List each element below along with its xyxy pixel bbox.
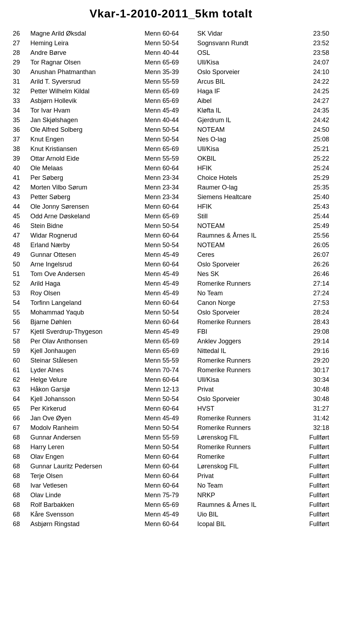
table-row: 51 Tom Ove Andersen Menn 45-49 Nes SK 26… xyxy=(11,269,331,279)
row-num: 48 xyxy=(11,240,28,250)
row-time: 25:40 xyxy=(296,192,331,202)
table-row: 50 Arne Ingelsrud Menn 60-64 Oslo Sporve… xyxy=(11,260,331,269)
table-row: 58 Per Olav Anthonsen Menn 65-69 Anklev … xyxy=(11,337,331,346)
row-name: Tom Ove Andersen xyxy=(28,269,142,279)
row-num: 68 xyxy=(11,433,28,442)
row-team: NRKP xyxy=(195,490,296,500)
row-name: Gunnar Ottesen xyxy=(28,250,142,260)
row-cat: Menn 55-59 xyxy=(142,77,195,87)
row-time: 31:27 xyxy=(296,404,331,414)
row-team: Sognsvann Rundt xyxy=(195,38,296,48)
row-time: 25:24 xyxy=(296,163,331,173)
row-num: 32 xyxy=(11,87,28,96)
row-team: Ull/Kisa xyxy=(195,375,296,385)
row-team: Ull/Kisa xyxy=(195,144,296,154)
row-num: 62 xyxy=(11,375,28,385)
row-team: Oslo Sporveier xyxy=(195,308,296,317)
row-name: Modolv Ranheim xyxy=(28,423,142,433)
row-name: Heming Leira xyxy=(28,38,142,48)
row-num: 31 xyxy=(11,77,28,87)
row-team: Romerike Runners xyxy=(195,442,296,452)
row-team: OSL xyxy=(195,48,296,58)
table-row: 34 Tor Ivar Hvam Menn 45-49 Kløfta IL 24… xyxy=(11,106,331,115)
row-num: 29 xyxy=(11,58,28,67)
row-time: Fullført xyxy=(296,519,331,529)
row-time: Fullført xyxy=(296,500,331,510)
row-cat: Menn 65-69 xyxy=(142,96,195,106)
row-name: Harry Leren xyxy=(28,442,142,452)
row-cat: Menn 55-59 xyxy=(142,433,195,442)
table-row: 68 Gunnar Andersen Menn 55-59 Lørenskog … xyxy=(11,433,331,442)
table-row: 46 Stein Bidne Menn 50-54 NOTEAM 25:49 xyxy=(11,221,331,231)
row-cat: Menn 45-49 xyxy=(142,106,195,115)
row-name: Jan Skjølshagen xyxy=(28,115,142,125)
row-team: HFIK xyxy=(195,202,296,212)
table-row: 68 Asbjørn Ringstad Menn 60-64 Icopal BI… xyxy=(11,519,331,529)
row-name: Ivar Vetlesen xyxy=(28,481,142,490)
row-team: Canon Norge xyxy=(195,298,296,308)
table-row: 31 Arild T. Syversrud Menn 55-59 Arcus B… xyxy=(11,77,331,87)
table-row: 68 Ivar Vetlesen Menn 60-64 No Team Full… xyxy=(11,481,331,490)
row-name: Arne Ingelsrud xyxy=(28,260,142,269)
row-team: Raumer O-lag xyxy=(195,183,296,192)
table-row: 49 Gunnar Ottesen Menn 45-49 Ceres 26:07 xyxy=(11,250,331,260)
row-team: Romerike Runners xyxy=(195,317,296,327)
row-time: Fullført xyxy=(296,481,331,490)
row-cat: Menn 60-64 xyxy=(142,452,195,462)
row-cat: Menn 45-49 xyxy=(142,414,195,423)
row-cat: Menn 45-49 xyxy=(142,250,195,260)
row-cat: Menn 70-74 xyxy=(142,365,195,375)
row-cat: Menn 60-64 xyxy=(142,404,195,414)
row-name: Bjarne Døhlen xyxy=(28,317,142,327)
row-time: 25:49 xyxy=(296,221,331,231)
table-row: 68 Rolf Barbakken Menn 65-69 Raumnes & Å… xyxy=(11,500,331,510)
row-num: 38 xyxy=(11,144,28,154)
row-team: Ceres xyxy=(195,250,296,260)
row-time: 24:42 xyxy=(296,115,331,125)
row-name: Roy Olsen xyxy=(28,289,142,298)
table-row: 66 Jan Ove Øyen Menn 45-49 Romerike Runn… xyxy=(11,414,331,423)
row-cat: Menn 65-69 xyxy=(142,58,195,67)
row-time: 29:16 xyxy=(296,346,331,356)
row-team: Oslo Sporveier xyxy=(195,67,296,77)
row-time: 27:53 xyxy=(296,298,331,308)
row-cat: Menn 75-79 xyxy=(142,490,195,500)
row-time: 26:05 xyxy=(296,240,331,250)
row-cat: Menn 65-69 xyxy=(142,144,195,154)
row-cat: Menn 55-59 xyxy=(142,154,195,163)
row-cat: Menn 60-64 xyxy=(142,481,195,490)
row-num: 39 xyxy=(11,154,28,163)
row-name: Torfinn Langeland xyxy=(28,298,142,308)
table-row: 40 Ole Melaas Menn 60-64 HFIK 25:24 xyxy=(11,163,331,173)
row-team: Ull/Kisa xyxy=(195,58,296,67)
row-time: 30:17 xyxy=(296,365,331,375)
table-row: 68 Olav Engen Menn 60-64 Romerike Fullfø… xyxy=(11,452,331,462)
table-row: 38 Knut Kristiansen Menn 65-69 Ull/Kisa … xyxy=(11,144,331,154)
row-cat: Menn 65-69 xyxy=(142,212,195,221)
row-team: Still xyxy=(195,212,296,221)
table-row: 47 Widar Rognerud Menn 60-64 Raumnes & Å… xyxy=(11,231,331,240)
row-name: Anushan Phatmanthan xyxy=(28,67,142,77)
row-time: Fullført xyxy=(296,442,331,452)
table-row: 32 Petter Wilhelm Kildal Menn 65-69 Haga… xyxy=(11,87,331,96)
row-team: Siemens Healtcare xyxy=(195,192,296,202)
row-cat: Menn 60-64 xyxy=(142,317,195,327)
row-time: 24:25 xyxy=(296,87,331,96)
row-name: Kjetil Sverdrup-Thygeson xyxy=(28,327,142,337)
row-num: 53 xyxy=(11,289,28,298)
row-num: 68 xyxy=(11,519,28,529)
table-row: 59 Kjell Jonhaugen Menn 65-69 Nittedal I… xyxy=(11,346,331,356)
row-num: 27 xyxy=(11,38,28,48)
row-cat: Menn 50-54 xyxy=(142,394,195,404)
row-time: 24:22 xyxy=(296,77,331,87)
row-num: 67 xyxy=(11,423,28,433)
row-name: Mohammad Yaqub xyxy=(28,308,142,317)
row-cat: Menn 60-64 xyxy=(142,471,195,481)
row-team: Raumnes & Årnes IL xyxy=(195,500,296,510)
table-row: 29 Tor Ragnar Olsen Menn 65-69 Ull/Kisa … xyxy=(11,58,331,67)
row-num: 68 xyxy=(11,481,28,490)
row-name: Gunnar Andersen xyxy=(28,433,142,442)
row-name: Olav Engen xyxy=(28,452,142,462)
row-num: 44 xyxy=(11,202,28,212)
row-cat: Menn 12-13 xyxy=(142,385,195,394)
